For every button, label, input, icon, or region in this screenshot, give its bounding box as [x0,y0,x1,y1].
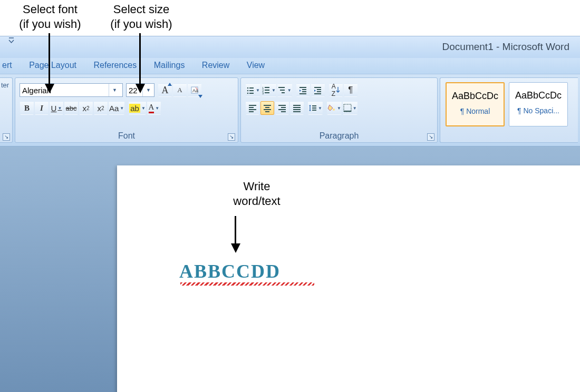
style-sample-text: AaBbCcDc [509,83,567,101]
show-hide-marks-button[interactable]: ¶ [344,83,357,97]
sort-button[interactable]: AZ [329,83,343,97]
superscript-button[interactable]: x2 [94,101,108,115]
svg-rect-36 [281,111,286,112]
tab-view[interactable]: View [239,58,272,70]
svg-rect-47 [344,111,351,112]
borders-button[interactable]: ▼ [343,101,357,115]
multilevel-list-button[interactable]: ▼ [277,83,292,97]
svg-rect-44 [312,110,316,111]
style-normal-label: ¶ Normal [447,102,504,115]
styles-group: AaBbCcDc ¶ Normal AaBbCcDc ¶ No Spaci... [440,77,578,143]
svg-rect-38 [293,107,301,108]
line-spacing-button[interactable]: ▼ [308,101,323,115]
svg-rect-35 [278,109,286,110]
ribbon-tabs: ert Page Layout References Mailings Revi… [0,58,580,74]
tab-page-layout[interactable]: Page Layout [22,58,84,70]
bold-button[interactable]: B [20,101,34,115]
svg-rect-42 [312,105,316,106]
font-color-button[interactable]: A▼ [147,101,161,115]
italic-button[interactable]: I [35,101,49,115]
svg-rect-25 [249,105,256,106]
svg-rect-16 [282,92,285,93]
style-no-spacing[interactable]: AaBbCcDc ¶ No Spaci... [509,82,568,126]
svg-point-4 [247,90,249,92]
align-left-button[interactable] [246,101,259,115]
annotation-select-font: Select font(if you wish) [13,2,87,31]
decrease-indent-button[interactable] [296,83,310,97]
clipboard-group-label-partial: ter [1,81,9,89]
paragraph-dialog-launcher[interactable]: ↘ [427,133,434,141]
svg-rect-5 [249,90,254,91]
annotation-select-size: Select size(if you wish) [104,2,178,31]
tab-mailings[interactable]: Mailings [147,58,192,70]
shading-button[interactable]: ▼ [327,101,342,115]
svg-rect-30 [265,107,269,108]
svg-text:3: 3 [262,92,264,94]
window-title: Document1 - Microsoft Word [442,41,569,53]
clipboard-group: ter ↘ [0,77,13,143]
svg-rect-21 [314,87,321,88]
highlight-button[interactable]: ab▼ [129,101,146,115]
svg-rect-18 [302,89,306,90]
svg-rect-39 [293,109,301,110]
tab-references[interactable]: References [86,58,144,70]
svg-rect-19 [302,91,306,92]
document-page[interactable]: ABBCCDD [117,165,580,392]
svg-rect-40 [293,111,301,112]
style-normal[interactable]: AaBbCcDc ¶ Normal [446,82,505,126]
svg-rect-32 [265,111,269,112]
arrow-size-icon [139,33,141,94]
style-sample-text: AaBbCcDc [447,83,504,102]
svg-rect-31 [264,109,271,110]
spellcheck-underline-icon [180,282,314,286]
svg-rect-13 [265,92,269,93]
ribbon: ter ↘ ▼ ▼ A A Aa B I U▼ abc x2 [0,74,580,146]
document-text[interactable]: ABBCCDD [179,260,281,282]
svg-rect-11 [265,90,269,91]
justify-button[interactable] [290,101,304,115]
svg-rect-24 [314,93,321,94]
svg-rect-33 [278,105,286,106]
shrink-font-button[interactable]: A [173,83,187,97]
underline-button[interactable]: U▼ [50,101,63,115]
svg-rect-26 [249,107,254,108]
svg-rect-3 [249,87,254,89]
paragraph-group-label: Paragraph [241,131,437,141]
font-name-input[interactable] [20,84,109,96]
svg-rect-34 [281,107,286,108]
font-dialog-launcher[interactable]: ↘ [228,133,235,141]
tab-review[interactable]: Review [195,58,237,70]
svg-rect-37 [293,105,301,106]
svg-rect-22 [317,89,321,90]
svg-rect-28 [249,111,254,112]
change-case-button[interactable]: Aa▼ [109,101,124,115]
qat-customize-icon[interactable] [8,37,14,44]
svg-rect-17 [299,87,306,88]
style-nospacing-label: ¶ No Spaci... [509,101,567,115]
svg-point-45 [333,109,335,111]
svg-rect-27 [249,109,256,110]
numbering-button[interactable]: 123▼ [262,83,276,97]
align-right-button[interactable] [275,101,289,115]
font-name-combo[interactable]: ▼ [20,83,123,97]
strikethrough-button[interactable]: abc [64,101,78,115]
svg-rect-7 [249,93,254,94]
tab-insert-partial[interactable]: ert [0,58,20,70]
increase-indent-button[interactable] [311,83,325,97]
svg-rect-43 [312,107,316,109]
font-name-dropdown-icon[interactable]: ▼ [109,84,120,96]
svg-rect-41 [310,105,310,111]
font-group-label: Font [15,131,238,141]
bullets-button[interactable]: ▼ [246,83,260,97]
arrow-write-icon [235,216,236,255]
svg-rect-23 [317,91,321,92]
svg-rect-14 [278,87,285,88]
align-center-button[interactable] [260,101,274,115]
subscript-button[interactable]: x2 [79,101,93,115]
svg-point-6 [247,93,249,94]
svg-rect-9 [265,87,269,88]
grow-font-button[interactable]: A [158,83,172,97]
svg-rect-29 [264,105,271,106]
annotation-write-text: Writeword/text [204,179,310,208]
clipboard-dialog-launcher[interactable]: ↘ [3,133,10,141]
